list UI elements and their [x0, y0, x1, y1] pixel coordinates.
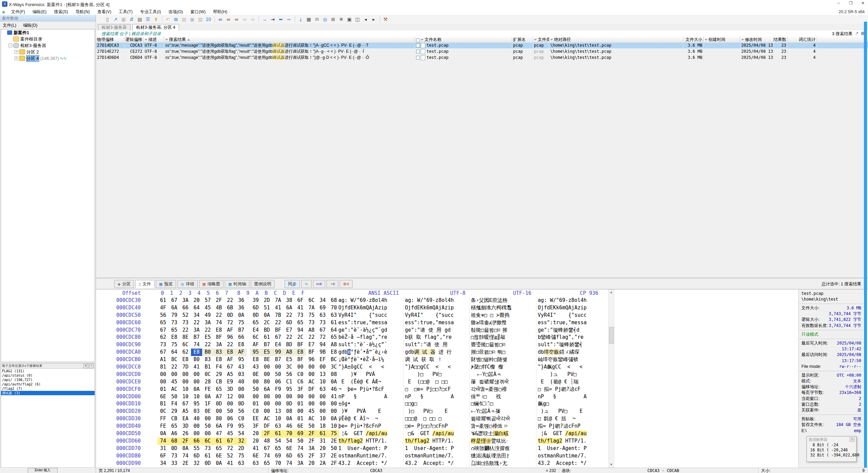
hex-byte[interactable]: 00	[317, 363, 328, 371]
hex-text-row[interactable]: 拟= Pj鹕?遉cFnP	[538, 423, 602, 430]
hex-text-row[interactable]: ¡Œè°ƒè¯•èŽ·å–ï¼	[338, 356, 403, 363]
hex-byte[interactable]: 63	[236, 460, 247, 467]
hex-byte[interactable]: 3A	[180, 297, 191, 304]
hex-byte[interactable]: 67	[317, 327, 328, 334]
hex-byte[interactable]: 22	[213, 312, 224, 319]
tree-item[interactable]: +分区 4(146,387)∿∿	[1, 55, 95, 62]
menu-item-3[interactable]: 搜索(S)	[50, 9, 72, 15]
menu-item-9[interactable]: 窗口(W)	[187, 9, 209, 15]
hex-byte[interactable]: FE	[158, 423, 169, 430]
hex-byte[interactable]: 00	[261, 363, 272, 371]
hex-byte[interactable]: F4	[169, 400, 180, 408]
hex-byte[interactable]: 61	[261, 334, 272, 341]
hex-text-row[interactable]: 1 User-Agent: P	[538, 445, 602, 452]
hex-byte[interactable]: BD	[261, 327, 272, 334]
goto-page-icon[interactable]: ⇥	[269, 16, 276, 23]
hex-byte[interactable]: 2C	[261, 319, 272, 327]
hex-byte[interactable]: 41	[250, 445, 261, 452]
column-header-6[interactable]: 扩展名	[512, 37, 533, 43]
hex-byte[interactable]: AF	[224, 327, 236, 334]
hex-byte[interactable]: 00	[224, 400, 236, 408]
target-list-icon[interactable]: ⊕≡	[340, 280, 353, 288]
hex-byte[interactable]: 01	[250, 400, 261, 408]
hex-text-row[interactable]: □镧ടഀ□ഀ□	[471, 400, 535, 408]
menu-item-5[interactable]: 查看(V)	[94, 9, 115, 15]
hex-byte[interactable]: C1	[284, 378, 295, 386]
hex-byte[interactable]: 40	[191, 415, 202, 423]
hex-text-row[interactable]: ess":true,"messa	[405, 319, 469, 327]
hex-byte[interactable]: 01	[295, 400, 306, 408]
hex-byte-row[interactable]: 81227D41B1F467434300003C0000003C	[158, 363, 339, 371]
hex-byte[interactable]: AC	[306, 378, 317, 386]
hex-byte[interactable]: 6F	[158, 452, 169, 460]
hex-byte[interactable]: 45	[169, 378, 180, 386]
tree-item[interactable]: +分区 2	[1, 49, 95, 55]
windows-icon[interactable]: ▣	[345, 16, 353, 23]
hex-byte[interactable]: E7	[306, 341, 317, 349]
save-position-icon[interactable]: ▦	[305, 16, 313, 23]
hex-byte[interactable]: 00	[295, 363, 306, 371]
hex-text-row[interactable]: ¬ þe= Pjù•?ßcF	[338, 386, 403, 393]
hex-text-row[interactable]: VyR4I" {"succ	[405, 312, 469, 319]
hex-byte[interactable]: 6A	[284, 304, 295, 312]
hex-byte[interactable]: 66	[236, 334, 247, 341]
hex-byte[interactable]: 22	[202, 327, 213, 334]
hex-text-row[interactable]: OjfdEKk6mQAjAzip	[538, 304, 602, 312]
hex-byte[interactable]: 41	[191, 363, 202, 371]
hex-byte[interactable]: 67	[261, 445, 272, 452]
hex-byte[interactable]: 6E	[213, 452, 224, 460]
hex-byte[interactable]: 00	[284, 393, 295, 401]
scroll-down-icon[interactable]: ▼	[609, 462, 614, 467]
hex-byte[interactable]: 9B	[317, 349, 328, 356]
hex-byte[interactable]: BF	[306, 349, 317, 356]
hex-text-row[interactable]: 摧□莰믨□ꢙ뿨□	[471, 349, 535, 356]
hex-byte[interactable]: 00	[295, 408, 306, 415]
forward-icon[interactable]: ➡	[285, 16, 293, 23]
hex-byte[interactable]: 00	[158, 371, 169, 378]
hex-byte[interactable]: 18	[317, 423, 328, 430]
hex-byte[interactable]: 00	[317, 393, 328, 401]
hex-byte[interactable]: 75	[169, 341, 180, 349]
hex-byte[interactable]: 00	[306, 393, 317, 401]
hex-byte-row[interactable]: 73756C74223A22E8AFB7E4BDBFE794A8	[158, 341, 339, 349]
clock-list-icon[interactable]: ◔≡	[327, 280, 338, 288]
hex-byte[interactable]: 61	[317, 430, 328, 437]
hex-byte[interactable]: 0A	[191, 386, 202, 393]
hex-byte[interactable]: AF	[224, 356, 236, 363]
hex-byte[interactable]: 62	[180, 349, 191, 356]
find-icon[interactable]: ∞	[216, 16, 224, 23]
hex-byte[interactable]: 69	[295, 430, 306, 437]
hex-byte[interactable]: 74	[213, 319, 224, 327]
hex-byte[interactable]: 00	[213, 408, 224, 415]
hex-byte[interactable]: 43	[236, 363, 247, 371]
hex-byte[interactable]: A7	[213, 393, 224, 401]
hex-text-row[interactable]: ⤌Υ□噐Àࠓ䔀	[471, 408, 535, 415]
hex-text-row[interactable]: ±ôg•	[338, 400, 403, 408]
hex-byte[interactable]: 46	[284, 423, 295, 430]
hex-byte[interactable]: 52	[224, 452, 236, 460]
hex-byte[interactable]: 63	[272, 423, 284, 430]
hex-byte[interactable]: 34	[317, 297, 328, 304]
hex-byte[interactable]: 36	[236, 297, 247, 304]
hex-byte[interactable]: 96	[306, 356, 317, 363]
hex-text-row[interactable]: 財볨□떯軨□随볯	[471, 356, 535, 363]
hex-byte[interactable]: 80	[261, 378, 272, 386]
hex-byte[interactable]: E8	[191, 349, 202, 356]
hex-byte[interactable]: 00	[191, 378, 202, 386]
hex-byte[interactable]: A8	[284, 349, 295, 356]
hex-byte[interactable]: 2F	[213, 297, 224, 304]
hex-byte[interactable]: 4B	[213, 304, 224, 312]
hex-byte[interactable]: 2C	[295, 334, 306, 341]
hex-byte[interactable]: 00	[306, 363, 317, 371]
cp936-text-column[interactable]: ag: W/"69-z8ol4hOjfdEKk6mQAjAzipVyR4I" {…	[536, 297, 602, 467]
hex-text-row[interactable]: )ュ PV□ E	[538, 408, 602, 415]
filter-funnel-icon[interactable]	[165, 39, 168, 41]
minimize-button[interactable]: –	[835, 1, 842, 5]
hex-byte[interactable]: 32	[236, 437, 247, 445]
hex-byte[interactable]: 2A	[317, 460, 328, 467]
column-header-8[interactable]: 绝对路径	[549, 37, 683, 43]
hex-text-row[interactable]: ¦& GET /api/au	[338, 430, 403, 437]
hex-byte[interactable]: 8C	[169, 356, 180, 363]
column-header-10[interactable]: 创建时间	[704, 37, 740, 43]
print-icon[interactable]: ▤	[136, 16, 144, 23]
